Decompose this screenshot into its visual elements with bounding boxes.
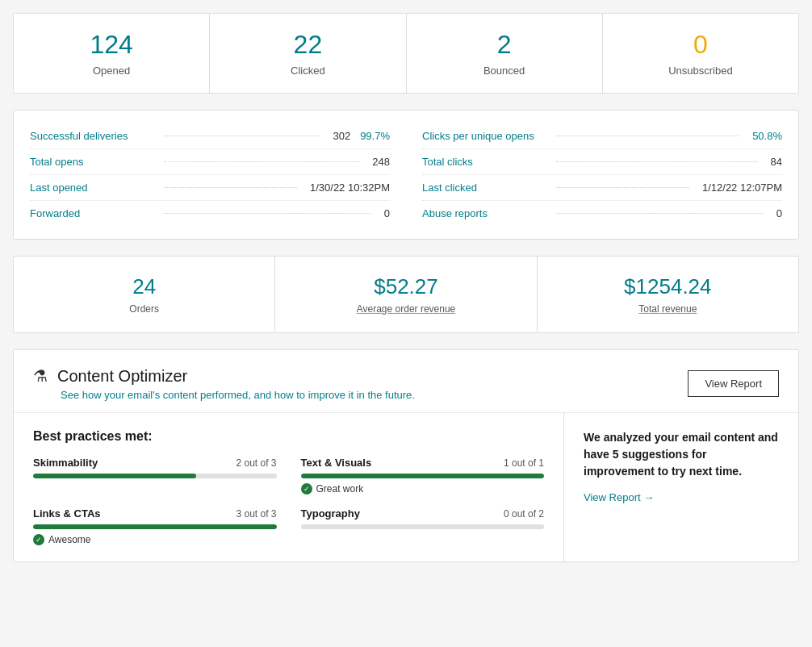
total-revenue-label: Total revenue: [638, 303, 697, 315]
practice-links-ctas: Links & CTAs 3 out of 3 ✓ Awesome: [33, 507, 277, 545]
last-opened-value: 1/30/22 10:32PM: [310, 182, 390, 194]
practice-text-visuals-header: Text & Visuals 1 out of 1: [301, 457, 545, 469]
detail-row-last-clicked: Last clicked 1/12/22 12:07PM: [422, 175, 782, 201]
divider: [164, 187, 297, 188]
text-visuals-badge-label: Great work: [316, 483, 364, 495]
skimmability-name: Skimmability: [33, 457, 98, 469]
avg-order-label: Average order revenue: [357, 303, 456, 315]
bounced-label: Bounced: [483, 65, 525, 77]
details-grid: Successful deliveries 302 99.7% Total op…: [30, 123, 782, 226]
optimizer-header: ⚗ Content Optimizer See how your email's…: [14, 350, 798, 413]
practice-text-visuals: Text & Visuals 1 out of 1 ✓ Great work: [301, 457, 545, 495]
optimizer-title-group: ⚗ Content Optimizer See how your email's…: [33, 366, 415, 401]
total-revenue-number: $1254.24: [546, 274, 790, 299]
optimizer-section: ⚗ Content Optimizer See how your email's…: [13, 349, 799, 562]
links-ctas-progress-bg: [33, 524, 277, 529]
optimizer-subtitle: See how your email's content performed, …: [33, 389, 415, 401]
practice-typography: Typography 0 out of 2: [301, 507, 545, 545]
detail-row-last-opened: Last opened 1/30/22 10:32PM: [30, 175, 390, 201]
practice-links-ctas-header: Links & CTAs 3 out of 3: [33, 507, 277, 520]
stat-clicked: 22 Clicked: [210, 14, 406, 93]
divider: [556, 161, 758, 162]
last-clicked-value: 1/12/22 12:07PM: [702, 182, 782, 194]
stats-row: 124 Opened 22 Clicked 2 Bounced 0 Unsubs…: [13, 13, 799, 94]
divider: [164, 136, 320, 136]
clicks-unique-label: Clicks per unique opens: [422, 130, 543, 142]
typography-name: Typography: [301, 507, 360, 520]
links-ctas-name: Links & CTAs: [33, 507, 101, 520]
skimmability-progress-bg: [33, 474, 277, 478]
forwarded-value: 0: [384, 207, 390, 219]
practices-body: Best practices met: Skimmability 2 out o…: [14, 413, 798, 561]
unsubscribed-label: Unsubscribed: [668, 65, 733, 77]
last-opened-label: Last opened: [30, 182, 151, 194]
links-ctas-score: 3 out of 3: [236, 508, 276, 520]
view-report-button[interactable]: View Report: [688, 370, 779, 397]
deliveries-value: 302: [333, 130, 350, 142]
deliveries-label: Successful deliveries: [30, 130, 151, 142]
total-opens-value: 248: [372, 156, 390, 168]
detail-row-total-clicks: Total clicks 84: [422, 149, 782, 175]
detail-row-clicks-unique: Clicks per unique opens 50.8%: [422, 123, 782, 149]
links-ctas-progress-fill: [33, 524, 277, 529]
detail-row-total-opens: Total opens 248: [30, 149, 390, 175]
divider: [556, 187, 689, 188]
total-clicks-label: Total clicks: [422, 156, 543, 168]
skimmability-score: 2 out of 3: [236, 457, 276, 469]
orders-label: Orders: [129, 303, 159, 315]
links-ctas-badge-label: Awesome: [48, 534, 90, 545]
stat-unsubscribed: 0 Unsubscribed: [603, 14, 798, 93]
total-opens-label: Total opens: [30, 156, 151, 168]
revenue-avg-order: $52.27 Average order revenue: [275, 257, 537, 332]
optimizer-title: Content Optimizer: [57, 367, 187, 386]
total-clicks-value: 84: [771, 156, 782, 168]
analysis-text: We analyzed your email content and have …: [584, 429, 779, 480]
details-section: Successful deliveries 302 99.7% Total op…: [13, 110, 799, 240]
bounced-number: 2: [415, 30, 594, 60]
view-report-link[interactable]: View Report →: [584, 491, 779, 503]
opened-label: Opened: [93, 65, 130, 77]
text-visuals-score: 1 out of 1: [504, 457, 544, 469]
revenue-total: $1254.24 Total revenue: [538, 257, 798, 332]
clicked-number: 22: [218, 30, 397, 60]
detail-row-deliveries: Successful deliveries 302 99.7%: [30, 123, 390, 149]
optimizer-flask-icon: ⚗: [33, 366, 48, 386]
details-left: Successful deliveries 302 99.7% Total op…: [30, 123, 390, 226]
clicks-unique-value: 50.8%: [752, 130, 782, 142]
divider: [164, 213, 371, 214]
detail-row-abuse: Abuse reports 0: [422, 201, 782, 226]
text-visuals-progress-fill: [301, 474, 545, 478]
abuse-label: Abuse reports: [422, 207, 543, 219]
forwarded-label: Forwarded: [30, 207, 151, 219]
avg-order-number: $52.27: [283, 274, 528, 299]
practices-right: We analyzed your email content and have …: [564, 413, 798, 561]
practices-title: Best practices met:: [33, 429, 544, 444]
practices-left: Best practices met: Skimmability 2 out o…: [14, 413, 564, 561]
details-right: Clicks per unique opens 50.8% Total clic…: [422, 123, 782, 226]
typography-progress-bg: [301, 524, 545, 529]
opened-number: 124: [22, 30, 201, 60]
abuse-value: 0: [776, 207, 782, 219]
typography-score: 0 out of 2: [504, 508, 544, 520]
divider: [556, 136, 739, 136]
optimizer-title-row: ⚗ Content Optimizer: [33, 366, 415, 386]
skimmability-progress-fill: [33, 474, 196, 478]
practice-skimmability: Skimmability 2 out of 3: [33, 457, 277, 495]
deliveries-pct: 99.7%: [360, 130, 390, 142]
detail-row-forwarded: Forwarded 0: [30, 201, 390, 226]
text-visuals-progress-bg: [301, 474, 545, 478]
text-visuals-check-icon: ✓: [301, 483, 312, 495]
unsubscribed-number: 0: [611, 30, 790, 60]
stat-opened: 124 Opened: [14, 14, 210, 93]
links-ctas-badge: ✓ Awesome: [33, 534, 277, 545]
links-ctas-check-icon: ✓: [33, 534, 44, 545]
revenue-orders: 24 Orders: [14, 257, 275, 332]
divider: [164, 161, 359, 162]
stat-bounced: 2 Bounced: [407, 14, 603, 93]
divider: [556, 213, 764, 214]
text-visuals-badge: ✓ Great work: [301, 483, 545, 495]
practices-grid: Skimmability 2 out of 3 Text & Visuals 1…: [33, 457, 544, 545]
clicked-label: Clicked: [291, 65, 325, 77]
last-clicked-label: Last clicked: [422, 182, 543, 194]
revenue-row: 24 Orders $52.27 Average order revenue $…: [13, 256, 799, 333]
